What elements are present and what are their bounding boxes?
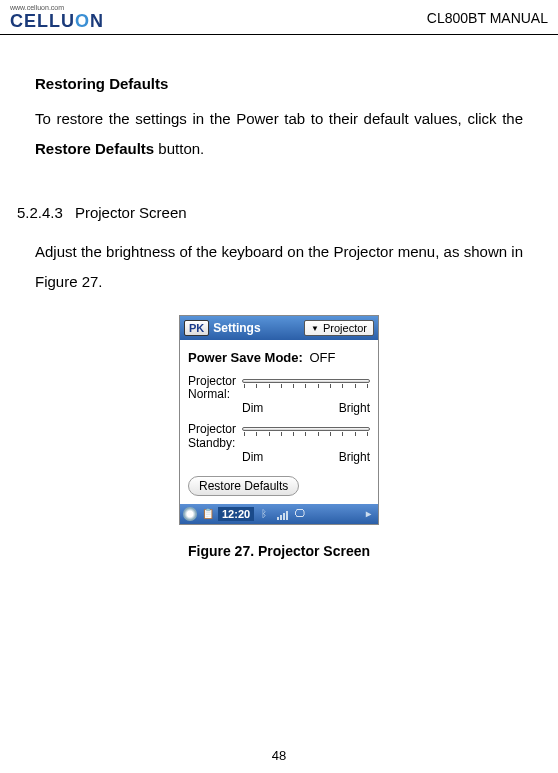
restore-defaults-button[interactable]: Restore Defaults [188, 476, 299, 496]
subsection-title: Projector Screen [75, 204, 187, 221]
page-number: 48 [0, 748, 558, 763]
slider-normal-label: Projector Normal: [188, 375, 240, 401]
power-save-mode-row: Power Save Mode: OFF [188, 350, 370, 365]
pk-badge: PK [184, 320, 209, 336]
psm-value[interactable]: OFF [310, 350, 336, 365]
section-restoring-body: To restore the settings in the Power tab… [35, 104, 523, 164]
figure-caption: Figure 27. Projector Screen [35, 543, 523, 559]
logo-text: CELLUON [10, 11, 104, 32]
brand-logo: www.celluon.com CELLUON [10, 4, 104, 32]
dim-label: Dim [242, 450, 263, 464]
device-bottombar: 📋 12:20 ᛒ 🖵 ▸ [180, 504, 378, 524]
app-name: Settings [213, 321, 260, 335]
bluetooth-icon: ᛒ [256, 506, 272, 522]
bright-label: Bright [339, 450, 370, 464]
clock: 12:20 [218, 507, 254, 521]
tab-dropdown[interactable]: Projector [304, 320, 374, 336]
psm-label: Power Save Mode: [188, 350, 303, 365]
close-icon[interactable]: ▸ [360, 506, 376, 522]
search-icon[interactable] [182, 506, 198, 522]
manual-title: CL800BT MANUAL [427, 10, 548, 26]
clipboard-icon[interactable]: 📋 [200, 506, 216, 522]
bright-label: Bright [339, 401, 370, 415]
screen-icon[interactable]: 🖵 [292, 506, 308, 522]
device-screenshot: PK Settings Projector Power Save Mode: O… [179, 315, 379, 525]
section-restoring-title: Restoring Defaults [35, 75, 523, 92]
subsection-heading: 5.2.4.3Projector Screen [17, 204, 523, 221]
logo-url: www.celluon.com [10, 4, 64, 11]
dim-label: Dim [242, 401, 263, 415]
slider-normal-track[interactable] [242, 375, 370, 389]
device-titlebar: PK Settings Projector [180, 316, 378, 340]
section-projector-body: Adjust the brightness of the keyboard on… [35, 237, 523, 297]
slider-standby-label: Projector Standby: [188, 423, 240, 449]
signal-icon [274, 506, 290, 522]
subsection-number: 5.2.4.3 [17, 204, 63, 221]
slider-standby-track[interactable] [242, 423, 370, 437]
